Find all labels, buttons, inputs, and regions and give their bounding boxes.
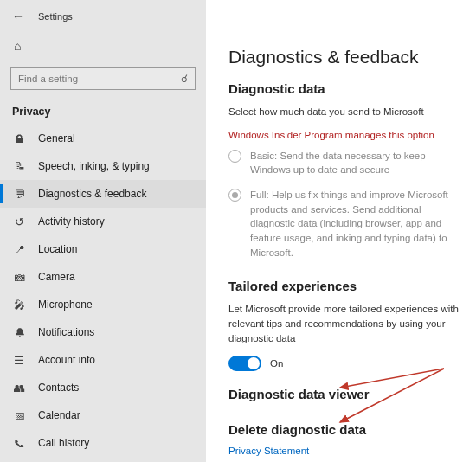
search-icon: ☌ xyxy=(181,73,188,85)
radio-full-circle xyxy=(228,189,241,202)
section-tailored: Tailored experiences xyxy=(228,279,460,293)
sidebar-item-label: Speech, inking, & typing xyxy=(38,160,150,172)
contacts-icon: 👥︎ xyxy=(12,382,26,394)
location-icon: 📍︎ xyxy=(12,244,26,255)
speech-icon: 📝︎ xyxy=(12,161,26,172)
sidebar-item-location[interactable]: 📍︎ Location xyxy=(0,235,206,263)
sidebar-item-call[interactable]: 📞︎ Call history xyxy=(0,429,206,457)
tailored-desc: Let Microsoft provide more tailored expe… xyxy=(228,302,460,345)
sidebar-item-diagnostics[interactable]: 💬︎ Diagnostics & feedback xyxy=(0,180,206,208)
insider-note: Windows Insider Program manages this opt… xyxy=(228,130,460,140)
sidebar: ← Settings ⌂ ☌ Privacy 🔒︎ General 📝︎ Spe… xyxy=(0,0,206,462)
sidebar-item-label: General xyxy=(38,132,75,144)
tailored-toggle[interactable] xyxy=(228,356,261,371)
radio-full: Full: Help us fix things and improve Mic… xyxy=(228,188,460,260)
main-pane: Diagnostics & feedback Diagnostic data S… xyxy=(206,0,476,462)
camera-icon: 📷︎ xyxy=(12,272,26,283)
sidebar-item-label: Calendar xyxy=(38,409,80,421)
sidebar-item-general[interactable]: 🔒︎ General xyxy=(0,125,206,152)
sidebar-item-label: Contacts xyxy=(38,382,79,394)
sidebar-item-label: Account info xyxy=(38,354,95,366)
sidebar-item-label: Diagnostics & feedback xyxy=(38,188,146,200)
sidebar-item-camera[interactable]: 📷︎ Camera xyxy=(0,263,206,291)
sidebar-item-label: Microphone xyxy=(38,298,93,311)
back-icon[interactable]: ← xyxy=(12,10,24,22)
history-icon: ↺ xyxy=(12,216,26,228)
sidebar-item-label: Call history xyxy=(38,437,89,449)
sidebar-item-activity[interactable]: ↺ Activity history xyxy=(0,208,206,235)
tailored-toggle-row: On xyxy=(228,356,460,371)
diagnostic-desc: Select how much data you send to Microso… xyxy=(228,105,460,119)
call-icon: 📞︎ xyxy=(12,438,26,449)
section-label: Privacy xyxy=(0,102,206,125)
sidebar-item-contacts[interactable]: 👥︎ Contacts xyxy=(0,374,206,401)
sidebar-item-label: Location xyxy=(38,243,77,255)
privacy-statement-link[interactable]: Privacy Statement xyxy=(228,446,460,456)
radio-basic: Basic: Send the data necessary to keep W… xyxy=(228,149,460,177)
section-viewer: Diagnostic data viewer xyxy=(228,387,460,401)
sidebar-item-label: Activity history xyxy=(38,215,105,228)
account-icon: ☰ xyxy=(12,355,26,366)
lock-icon: 🔒︎ xyxy=(12,133,26,144)
section-delete: Delete diagnostic data xyxy=(228,422,460,437)
sidebar-item-account[interactable]: ☰ Account info xyxy=(0,346,206,374)
home-icon: ⌂ xyxy=(14,39,21,53)
calendar-icon: 📅︎ xyxy=(12,410,26,421)
header: ← Settings xyxy=(0,0,206,31)
notifications-icon: 🔔︎ xyxy=(12,327,26,338)
search-input[interactable] xyxy=(18,74,181,84)
sidebar-item-label: Camera xyxy=(38,271,75,283)
tailored-toggle-label: On xyxy=(270,358,283,369)
feedback-icon: 💬︎ xyxy=(12,189,26,200)
nav: 🔒︎ General 📝︎ Speech, inking, & typing 💬… xyxy=(0,125,206,457)
section-diagnostic-data: Diagnostic data xyxy=(228,81,460,96)
sidebar-item-notifications[interactable]: 🔔︎ Notifications xyxy=(0,318,206,346)
sidebar-item-speech[interactable]: 📝︎ Speech, inking, & typing xyxy=(0,152,206,180)
radio-basic-label: Basic: Send the data necessary to keep W… xyxy=(250,149,460,177)
radio-full-label: Full: Help us fix things and improve Mic… xyxy=(250,188,460,260)
search-box[interactable]: ☌ xyxy=(10,67,196,90)
page-title: Diagnostics & feedback xyxy=(228,47,460,67)
sidebar-item-calendar[interactable]: 📅︎ Calendar xyxy=(0,401,206,429)
radio-basic-circle xyxy=(228,150,241,163)
microphone-icon: 🎤︎ xyxy=(12,299,26,311)
header-title: Settings xyxy=(38,11,73,22)
home-row[interactable]: ⌂ xyxy=(0,31,206,62)
sidebar-item-label: Notifications xyxy=(38,326,94,338)
sidebar-item-microphone[interactable]: 🎤︎ Microphone xyxy=(0,291,206,318)
